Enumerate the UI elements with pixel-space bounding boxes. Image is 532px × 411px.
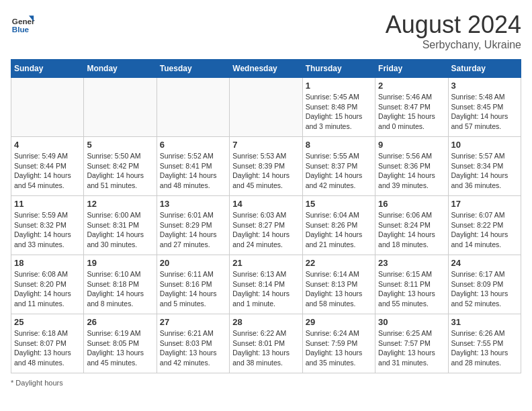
day-number: 11 (14, 199, 81, 209)
day-number: 27 (160, 317, 226, 327)
day-number: 29 (306, 317, 372, 327)
day-info: Sunrise: 6:06 AM Sunset: 8:24 PM Dayligh… (378, 210, 445, 250)
day-info: Sunrise: 6:13 AM Sunset: 8:14 PM Dayligh… (232, 269, 299, 309)
calendar-week-1: 4Sunrise: 5:49 AM Sunset: 8:44 PM Daylig… (11, 137, 521, 196)
day-info: Sunrise: 5:53 AM Sunset: 8:39 PM Dayligh… (232, 151, 299, 191)
day-info: Sunrise: 6:24 AM Sunset: 7:59 PM Dayligh… (306, 328, 372, 368)
day-number: 31 (451, 317, 518, 327)
day-number: 9 (378, 140, 445, 150)
page-header: General Blue August 2024 Serbychany, Ukr… (11, 11, 521, 51)
day-number: 3 (451, 81, 518, 91)
col-header-tuesday: Tuesday (157, 60, 229, 78)
calendar-cell: 20Sunrise: 6:11 AM Sunset: 8:16 PM Dayli… (157, 255, 229, 314)
footer-note-text: Daylight hours (15, 379, 62, 387)
calendar-cell: 2Sunrise: 5:46 AM Sunset: 8:47 PM Daylig… (375, 78, 448, 137)
day-number: 13 (160, 199, 226, 209)
day-info: Sunrise: 6:00 AM Sunset: 8:31 PM Dayligh… (87, 210, 153, 250)
day-info: Sunrise: 5:50 AM Sunset: 8:42 PM Dayligh… (87, 151, 153, 191)
day-info: Sunrise: 6:14 AM Sunset: 8:13 PM Dayligh… (306, 269, 372, 309)
day-number: 25 (14, 317, 81, 327)
calendar-cell: 29Sunrise: 6:24 AM Sunset: 7:59 PM Dayli… (302, 314, 375, 373)
calendar-cell: 3Sunrise: 5:48 AM Sunset: 8:45 PM Daylig… (448, 78, 521, 137)
calendar-cell: 10Sunrise: 5:57 AM Sunset: 8:34 PM Dayli… (448, 137, 521, 196)
calendar-week-3: 18Sunrise: 6:08 AM Sunset: 8:20 PM Dayli… (11, 255, 521, 314)
calendar-cell: 21Sunrise: 6:13 AM Sunset: 8:14 PM Dayli… (230, 255, 302, 314)
day-info: Sunrise: 6:11 AM Sunset: 8:16 PM Dayligh… (160, 269, 226, 309)
calendar-cell: 30Sunrise: 6:25 AM Sunset: 7:57 PM Dayli… (375, 314, 448, 373)
col-header-sunday: Sunday (11, 60, 84, 78)
calendar-cell: 4Sunrise: 5:49 AM Sunset: 8:44 PM Daylig… (11, 137, 84, 196)
title-area: August 2024 Serbychany, Ukraine (386, 11, 521, 51)
calendar-cell: 15Sunrise: 6:04 AM Sunset: 8:26 PM Dayli… (302, 196, 375, 255)
calendar-cell: 25Sunrise: 6:18 AM Sunset: 8:07 PM Dayli… (11, 314, 84, 373)
day-number: 30 (378, 317, 445, 327)
day-info: Sunrise: 5:52 AM Sunset: 8:41 PM Dayligh… (160, 151, 226, 191)
day-number: 15 (306, 199, 372, 209)
calendar-cell: 23Sunrise: 6:15 AM Sunset: 8:11 PM Dayli… (375, 255, 448, 314)
month-title: August 2024 (386, 11, 521, 39)
day-number: 14 (232, 199, 299, 209)
day-info: Sunrise: 5:46 AM Sunset: 8:47 PM Dayligh… (378, 92, 445, 132)
svg-text:Blue: Blue (12, 25, 30, 34)
day-number: 7 (232, 140, 299, 150)
day-info: Sunrise: 6:22 AM Sunset: 8:01 PM Dayligh… (232, 328, 299, 368)
calendar-cell (84, 78, 157, 137)
calendar-cell: 13Sunrise: 6:01 AM Sunset: 8:29 PM Dayli… (157, 196, 229, 255)
col-header-monday: Monday (84, 60, 157, 78)
logo: General Blue (11, 11, 38, 35)
day-info: Sunrise: 6:17 AM Sunset: 8:09 PM Dayligh… (451, 269, 518, 309)
day-number: 1 (306, 81, 372, 91)
day-info: Sunrise: 6:26 AM Sunset: 7:55 PM Dayligh… (451, 328, 518, 368)
day-info: Sunrise: 5:48 AM Sunset: 8:45 PM Dayligh… (451, 92, 518, 132)
day-number: 12 (87, 199, 153, 209)
day-info: Sunrise: 6:01 AM Sunset: 8:29 PM Dayligh… (160, 210, 226, 250)
day-number: 22 (306, 258, 372, 268)
day-info: Sunrise: 5:56 AM Sunset: 8:36 PM Dayligh… (378, 151, 445, 191)
day-number: 23 (378, 258, 445, 268)
calendar-cell (11, 78, 84, 137)
day-number: 26 (87, 317, 153, 327)
calendar-cell: 14Sunrise: 6:03 AM Sunset: 8:27 PM Dayli… (230, 196, 302, 255)
day-info: Sunrise: 6:07 AM Sunset: 8:22 PM Dayligh… (451, 210, 518, 250)
calendar-cell: 22Sunrise: 6:14 AM Sunset: 8:13 PM Dayli… (302, 255, 375, 314)
day-number: 18 (14, 258, 81, 268)
calendar-week-2: 11Sunrise: 5:59 AM Sunset: 8:32 PM Dayli… (11, 196, 521, 255)
calendar-cell: 1Sunrise: 5:45 AM Sunset: 8:48 PM Daylig… (302, 78, 375, 137)
day-number: 28 (232, 317, 299, 327)
calendar-cell: 9Sunrise: 5:56 AM Sunset: 8:36 PM Daylig… (375, 137, 448, 196)
calendar-table: SundayMondayTuesdayWednesdayThursdayFrid… (11, 59, 521, 373)
day-number: 8 (306, 140, 372, 150)
calendar-cell: 5Sunrise: 5:50 AM Sunset: 8:42 PM Daylig… (84, 137, 157, 196)
day-info: Sunrise: 6:25 AM Sunset: 7:57 PM Dayligh… (378, 328, 445, 368)
calendar-cell: 12Sunrise: 6:00 AM Sunset: 8:31 PM Dayli… (84, 196, 157, 255)
day-number: 20 (160, 258, 226, 268)
calendar-cell: 6Sunrise: 5:52 AM Sunset: 8:41 PM Daylig… (157, 137, 229, 196)
calendar-cell: 31Sunrise: 6:26 AM Sunset: 7:55 PM Dayli… (448, 314, 521, 373)
day-info: Sunrise: 6:15 AM Sunset: 8:11 PM Dayligh… (378, 269, 445, 309)
col-header-thursday: Thursday (302, 60, 375, 78)
day-info: Sunrise: 6:18 AM Sunset: 8:07 PM Dayligh… (14, 328, 81, 368)
day-info: Sunrise: 6:21 AM Sunset: 8:03 PM Dayligh… (160, 328, 226, 368)
day-number: 16 (378, 199, 445, 209)
calendar-cell: 8Sunrise: 5:55 AM Sunset: 8:37 PM Daylig… (302, 137, 375, 196)
calendar-header-row: SundayMondayTuesdayWednesdayThursdayFrid… (11, 60, 521, 78)
day-number: 4 (14, 140, 81, 150)
calendar-cell: 24Sunrise: 6:17 AM Sunset: 8:09 PM Dayli… (448, 255, 521, 314)
day-number: 6 (160, 140, 226, 150)
logo-icon: General Blue (11, 11, 35, 35)
calendar-cell (157, 78, 229, 137)
day-number: 17 (451, 199, 518, 209)
footer-note: * Daylight hours (11, 379, 521, 387)
calendar-week-0: 1Sunrise: 5:45 AM Sunset: 8:48 PM Daylig… (11, 78, 521, 137)
calendar-cell: 11Sunrise: 5:59 AM Sunset: 8:32 PM Dayli… (11, 196, 84, 255)
day-number: 2 (378, 81, 445, 91)
day-info: Sunrise: 6:10 AM Sunset: 8:18 PM Dayligh… (87, 269, 153, 309)
day-info: Sunrise: 6:03 AM Sunset: 8:27 PM Dayligh… (232, 210, 299, 250)
calendar-cell: 16Sunrise: 6:06 AM Sunset: 8:24 PM Dayli… (375, 196, 448, 255)
calendar-cell: 7Sunrise: 5:53 AM Sunset: 8:39 PM Daylig… (230, 137, 302, 196)
calendar-week-4: 25Sunrise: 6:18 AM Sunset: 8:07 PM Dayli… (11, 314, 521, 373)
calendar-cell: 27Sunrise: 6:21 AM Sunset: 8:03 PM Dayli… (157, 314, 229, 373)
day-number: 5 (87, 140, 153, 150)
col-header-saturday: Saturday (448, 60, 521, 78)
calendar-cell: 18Sunrise: 6:08 AM Sunset: 8:20 PM Dayli… (11, 255, 84, 314)
